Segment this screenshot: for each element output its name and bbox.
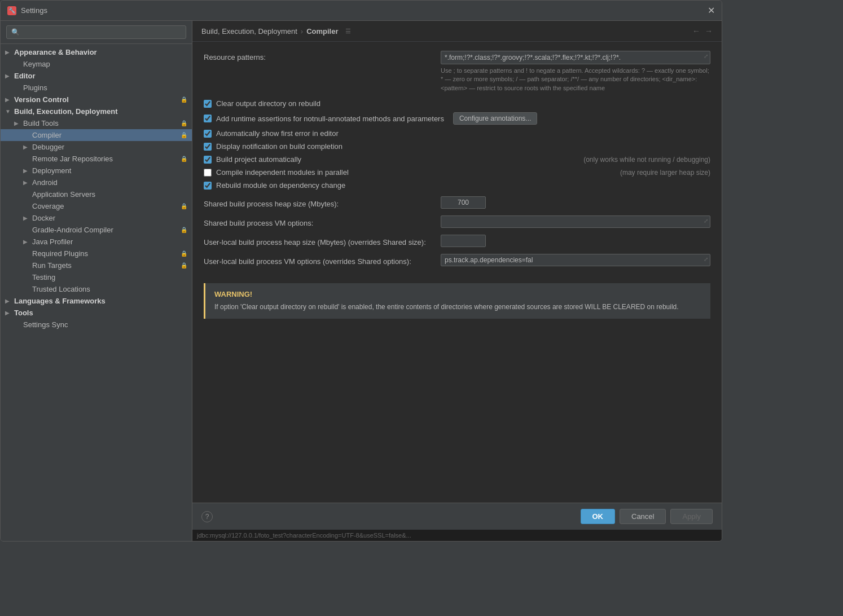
title-bar-left: 🔧 Settings bbox=[7, 6, 47, 15]
checkbox-runtime-assertions: Add runtime assertions for notnull-annot… bbox=[204, 112, 710, 125]
configure-annotations-button[interactable]: Configure annotations... bbox=[453, 112, 537, 125]
checkbox-display-notification-input[interactable] bbox=[204, 143, 212, 151]
shared-vm-input[interactable] bbox=[441, 215, 710, 228]
lock-icon: 🔒 bbox=[181, 96, 187, 103]
sidebar-item-compiler[interactable]: Compiler 🔒 bbox=[1, 129, 192, 141]
checkbox-show-first-error: Automatically show first error in editor bbox=[204, 129, 710, 138]
shared-vm-row: Shared build process VM options: ⤢ bbox=[204, 215, 710, 228]
checkbox-display-notification-label: Display notification on build completion bbox=[216, 142, 343, 151]
expand-icon[interactable]: ⤢ bbox=[704, 53, 708, 59]
expand-arrow: ▶ bbox=[23, 168, 32, 174]
sidebar-item-testing[interactable]: Testing bbox=[1, 271, 192, 283]
sidebar-item-label: Editor bbox=[14, 72, 36, 80]
sidebar-item-coverage[interactable]: Coverage 🔒 bbox=[1, 200, 192, 212]
main-content: ▶ Appearance & Behavior Keymap ▶ Editor … bbox=[1, 21, 722, 541]
sidebar-item-gradle-android[interactable]: Gradle-Android Compiler 🔒 bbox=[1, 224, 192, 236]
breadcrumb-menu-icon[interactable]: ☰ bbox=[345, 28, 351, 35]
sidebar-item-label: Remote Jar Repositories bbox=[32, 155, 113, 163]
expand-arrow: ▶ bbox=[23, 239, 32, 245]
user-heap-input[interactable] bbox=[441, 235, 486, 247]
checkbox-show-first-error-input[interactable] bbox=[204, 130, 212, 138]
sidebar-item-android[interactable]: ▶ Android bbox=[1, 177, 192, 188]
user-vm-row: User-local build process VM options (ove… bbox=[204, 254, 710, 266]
sidebar-item-plugins[interactable]: Plugins bbox=[1, 82, 192, 94]
breadcrumb-separator: › bbox=[301, 27, 303, 36]
sidebar-item-build-execution[interactable]: ▼ Build, Execution, Deployment bbox=[1, 105, 192, 117]
sidebar-item-label: Build Tools bbox=[23, 119, 59, 127]
sidebar-item-java-profiler[interactable]: ▶ Java Profiler bbox=[1, 236, 192, 248]
checkbox-compile-independent-input[interactable] bbox=[204, 169, 212, 177]
sidebar-item-settings-sync[interactable]: Settings Sync bbox=[1, 319, 192, 331]
shared-heap-control bbox=[441, 196, 486, 209]
user-heap-label: User-local build process heap size (Mbyt… bbox=[204, 236, 441, 247]
settings-content: Resource patterns: ⤢ Use ; to separate p… bbox=[192, 42, 722, 503]
sidebar-item-tools[interactable]: ▶ Tools bbox=[1, 307, 192, 319]
sidebar-item-trusted-locations[interactable]: Trusted Locations bbox=[1, 283, 192, 295]
sidebar-item-label: Version Control bbox=[14, 95, 69, 104]
sidebar-item-label: Settings Sync bbox=[23, 320, 68, 329]
checkbox-runtime-assertions-input[interactable] bbox=[204, 115, 212, 122]
shared-vm-label: Shared build process VM options: bbox=[204, 217, 441, 227]
search-input[interactable] bbox=[6, 25, 186, 39]
sidebar-tree: ▶ Appearance & Behavior Keymap ▶ Editor … bbox=[1, 44, 192, 541]
expand-icon[interactable]: ⤢ bbox=[704, 256, 708, 262]
expand-arrow: ▶ bbox=[5, 73, 14, 79]
sidebar-item-remote-jar-repos[interactable]: Remote Jar Repositories 🔒 bbox=[1, 153, 192, 165]
sidebar-item-deployment[interactable]: ▶ Deployment bbox=[1, 165, 192, 177]
sidebar-item-label: Java Profiler bbox=[32, 237, 73, 246]
expand-icon[interactable]: ⤢ bbox=[704, 218, 708, 224]
user-vm-input[interactable] bbox=[441, 254, 710, 266]
warning-title: WARNING! bbox=[214, 290, 701, 298]
sidebar-item-editor[interactable]: ▶ Editor bbox=[1, 70, 192, 82]
user-heap-row: User-local build process heap size (Mbyt… bbox=[204, 235, 710, 247]
sidebar-item-label: Tools bbox=[14, 309, 33, 317]
sidebar-item-label: Docker bbox=[32, 214, 55, 222]
checkboxes-section: Clear output directory on rebuild Add ru… bbox=[204, 99, 710, 190]
shared-heap-label: Shared build process heap size (Mbytes): bbox=[204, 197, 441, 208]
sidebar-item-docker[interactable]: ▶ Docker bbox=[1, 212, 192, 224]
resource-patterns-input[interactable] bbox=[441, 51, 710, 64]
sidebar-item-label: Trusted Locations bbox=[32, 285, 90, 293]
checkbox-build-auto-input[interactable] bbox=[204, 156, 212, 164]
sidebar-item-label: Keymap bbox=[23, 60, 50, 68]
nav-forward-button[interactable]: → bbox=[705, 27, 713, 36]
user-vm-control: ⤢ bbox=[441, 254, 710, 266]
main-panel: Build, Execution, Deployment › Compiler … bbox=[192, 21, 722, 541]
expand-arrow: ▶ bbox=[23, 179, 32, 186]
sidebar-item-keymap[interactable]: Keymap bbox=[1, 58, 192, 70]
sidebar-item-appearance-behavior[interactable]: ▶ Appearance & Behavior bbox=[1, 46, 192, 58]
lock-icon: 🔒 bbox=[181, 227, 187, 233]
sidebar-item-label: Testing bbox=[32, 273, 55, 281]
checkbox-display-notification: Display notification on build completion bbox=[204, 142, 710, 151]
ok-button[interactable]: OK bbox=[581, 509, 616, 524]
sidebar-item-build-tools[interactable]: ▶ Build Tools 🔒 bbox=[1, 117, 192, 129]
sidebar-item-application-servers[interactable]: Application Servers bbox=[1, 188, 192, 200]
shared-vm-control: ⤢ bbox=[441, 215, 710, 228]
sidebar-item-label: Plugins bbox=[23, 83, 47, 92]
expand-arrow: ▶ bbox=[5, 310, 14, 316]
checkbox-compile-independent-label: Compile independent modules in parallel bbox=[216, 168, 349, 177]
checkbox-runtime-assertions-label: Add runtime assertions for notnull-annot… bbox=[216, 115, 444, 123]
nav-back-button[interactable]: ← bbox=[692, 27, 700, 36]
checkbox-clear-output-input[interactable] bbox=[204, 100, 212, 108]
help-button[interactable]: ? bbox=[201, 511, 213, 522]
breadcrumb-parent: Build, Execution, Deployment bbox=[201, 27, 297, 36]
apply-button[interactable]: Apply bbox=[670, 509, 713, 524]
sidebar-item-label: Compiler bbox=[32, 131, 62, 139]
sidebar-item-label: Deployment bbox=[32, 166, 71, 175]
shared-heap-input[interactable] bbox=[441, 196, 486, 209]
sidebar-item-languages-frameworks[interactable]: ▶ Languages & Frameworks bbox=[1, 295, 192, 307]
sidebar-item-debugger[interactable]: ▶ Debugger bbox=[1, 141, 192, 153]
close-button[interactable]: ✕ bbox=[708, 5, 715, 16]
checkbox-rebuild-module-input[interactable] bbox=[204, 182, 212, 190]
sidebar-item-required-plugins[interactable]: Required Plugins 🔒 bbox=[1, 248, 192, 259]
warning-text: If option 'Clear output directory on reb… bbox=[214, 302, 701, 312]
user-vm-label: User-local build process VM options (ove… bbox=[204, 255, 441, 266]
lock-icon: 🔒 bbox=[181, 203, 187, 209]
cancel-button[interactable]: Cancel bbox=[620, 509, 666, 524]
sidebar-item-version-control[interactable]: ▶ Version Control 🔒 bbox=[1, 94, 192, 105]
bottom-bar: jdbc:mysql://127.0.0.1/foto_test?charact… bbox=[192, 530, 722, 541]
checkbox-rebuild-module: Rebuild module on dependency change bbox=[204, 181, 710, 190]
sidebar-item-run-targets[interactable]: Run Targets 🔒 bbox=[1, 259, 192, 271]
window-title: Settings bbox=[21, 6, 47, 15]
